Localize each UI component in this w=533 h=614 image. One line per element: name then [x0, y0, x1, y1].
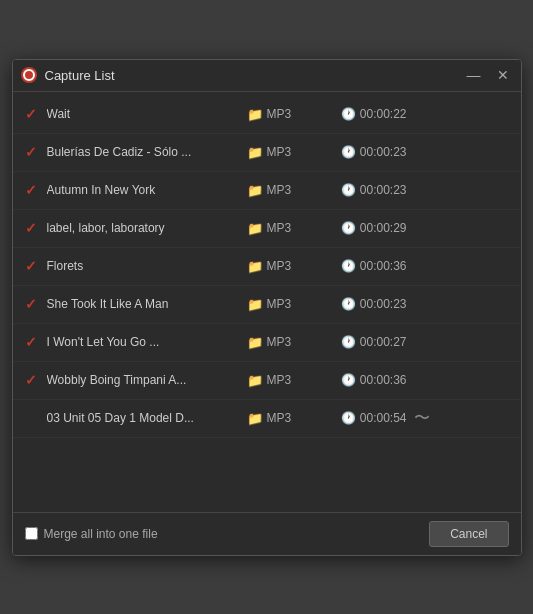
format-text: MP3 — [267, 107, 292, 121]
item-duration: 🕐00:00:23 — [317, 145, 407, 159]
item-name: I Won't Let You Go ... — [47, 335, 247, 349]
window-title: Capture List — [45, 68, 463, 83]
item-name: Bulerías De Cadiz - Sólo ... — [47, 145, 247, 159]
folder-icon: 📁 — [247, 259, 263, 274]
item-duration: 🕐00:00:36 — [317, 373, 407, 387]
item-name: She Took It Like A Man — [47, 297, 247, 311]
folder-icon: 📁 — [247, 221, 263, 236]
clock-icon: 🕐 — [341, 221, 356, 235]
app-icon — [21, 67, 37, 83]
check-icon: ✓ — [25, 182, 43, 198]
check-icon: ✓ — [25, 296, 43, 312]
wavy-icon: 〜 — [414, 408, 430, 429]
item-duration: 🕐00:00:36 — [317, 259, 407, 273]
item-name: Wait — [47, 107, 247, 121]
merge-checkbox[interactable] — [25, 527, 38, 540]
title-controls: — ✕ — [463, 66, 513, 84]
format-text: MP3 — [267, 221, 292, 235]
merge-option: Merge all into one file — [25, 527, 430, 541]
item-name: Wobbly Boing Timpani A... — [47, 373, 247, 387]
item-format: 📁MP3 — [247, 107, 317, 122]
check-icon: ✓ — [25, 334, 43, 350]
duration-text: 00:00:23 — [360, 145, 407, 159]
folder-icon: 📁 — [247, 297, 263, 312]
check-icon: ✓ — [25, 106, 43, 122]
item-format: 📁MP3 — [247, 221, 317, 236]
clock-icon: 🕐 — [341, 373, 356, 387]
list-item[interactable]: ✓Wait📁MP3🕐00:00:22 — [13, 96, 521, 134]
list-item[interactable]: ✓Florets📁MP3🕐00:00:36 — [13, 248, 521, 286]
duration-text: 00:00:23 — [360, 297, 407, 311]
item-format: 📁MP3 — [247, 145, 317, 160]
duration-text: 00:00:23 — [360, 183, 407, 197]
list-item[interactable]: ✓Bulerías De Cadiz - Sólo ...📁MP3🕐00:00:… — [13, 134, 521, 172]
folder-icon: 📁 — [247, 183, 263, 198]
list-item[interactable]: ✓label, labor, laboratory📁MP3🕐00:00:29 — [13, 210, 521, 248]
list-item[interactable]: ✓Wobbly Boing Timpani A...📁MP3🕐00:00:36 — [13, 362, 521, 400]
cancel-button[interactable]: Cancel — [429, 521, 508, 547]
duration-text: 00:00:54 — [360, 411, 407, 425]
clock-icon: 🕐 — [341, 259, 356, 273]
format-text: MP3 — [267, 183, 292, 197]
close-button[interactable]: ✕ — [493, 66, 513, 84]
item-duration: 🕐00:00:23 — [317, 297, 407, 311]
item-duration: 🕐00:00:23 — [317, 183, 407, 197]
check-icon: ✓ — [25, 258, 43, 274]
format-text: MP3 — [267, 373, 292, 387]
check-icon: ✓ — [25, 220, 43, 236]
item-format: 📁MP3 — [247, 259, 317, 274]
clock-icon: 🕐 — [341, 335, 356, 349]
item-name: Florets — [47, 259, 247, 273]
item-duration: 🕐00:00:27 — [317, 335, 407, 349]
item-format: 📁MP3 — [247, 411, 317, 426]
merge-label[interactable]: Merge all into one file — [44, 527, 158, 541]
folder-icon: 📁 — [247, 411, 263, 426]
format-text: MP3 — [267, 335, 292, 349]
format-text: MP3 — [267, 145, 292, 159]
title-bar: Capture List — ✕ — [13, 60, 521, 92]
clock-icon: 🕐 — [341, 107, 356, 121]
item-format: 📁MP3 — [247, 373, 317, 388]
list-item[interactable]: ✓She Took It Like A Man📁MP3🕐00:00:23 — [13, 286, 521, 324]
list-item[interactable]: 03 Unit 05 Day 1 Model D...📁MP3🕐00:00:54… — [13, 400, 521, 438]
item-name: label, labor, laboratory — [47, 221, 247, 235]
clock-icon: 🕐 — [341, 145, 356, 159]
item-name: 03 Unit 05 Day 1 Model D... — [47, 411, 247, 425]
clock-icon: 🕐 — [341, 297, 356, 311]
capture-list-window: Capture List — ✕ ✓Wait📁MP3🕐00:00:22✓Bule… — [12, 59, 522, 556]
duration-text: 00:00:27 — [360, 335, 407, 349]
item-duration: 🕐00:00:22 — [317, 107, 407, 121]
format-text: MP3 — [267, 259, 292, 273]
item-name: Autumn In New York — [47, 183, 247, 197]
item-format: 📁MP3 — [247, 183, 317, 198]
list-item[interactable]: ✓Autumn In New York📁MP3🕐00:00:23 — [13, 172, 521, 210]
duration-text: 00:00:22 — [360, 107, 407, 121]
item-format: 📁MP3 — [247, 297, 317, 312]
duration-text: 00:00:36 — [360, 373, 407, 387]
item-duration: 🕐00:00:29 — [317, 221, 407, 235]
format-text: MP3 — [267, 297, 292, 311]
capture-list: ✓Wait📁MP3🕐00:00:22✓Bulerías De Cadiz - S… — [13, 92, 521, 512]
clock-icon: 🕐 — [341, 183, 356, 197]
item-duration: 🕐00:00:54 — [317, 411, 407, 425]
folder-icon: 📁 — [247, 373, 263, 388]
folder-icon: 📁 — [247, 145, 263, 160]
minimize-button[interactable]: — — [463, 66, 485, 84]
check-icon: ✓ — [25, 372, 43, 388]
footer: Merge all into one file Cancel — [13, 512, 521, 555]
format-text: MP3 — [267, 411, 292, 425]
item-extra: 〜 — [407, 408, 437, 429]
duration-text: 00:00:29 — [360, 221, 407, 235]
item-format: 📁MP3 — [247, 335, 317, 350]
duration-text: 00:00:36 — [360, 259, 407, 273]
folder-icon: 📁 — [247, 107, 263, 122]
folder-icon: 📁 — [247, 335, 263, 350]
list-item[interactable]: ✓I Won't Let You Go ...📁MP3🕐00:00:27 — [13, 324, 521, 362]
check-icon: ✓ — [25, 144, 43, 160]
clock-icon: 🕐 — [341, 411, 356, 425]
